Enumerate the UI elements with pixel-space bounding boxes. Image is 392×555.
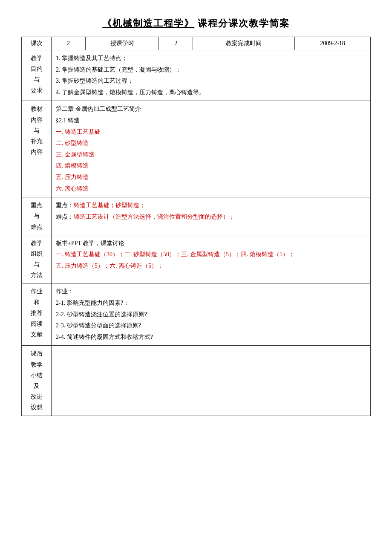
label-method: 教学组织与方法 (22, 235, 52, 283)
keypoint-line2: 难点：铸造工艺设计（造型方法选择，浇注位置和分型面的选择）； (56, 211, 366, 223)
method-schedule2: 五. 压力铸造（5）；六. 离心铸造（5）； (56, 260, 366, 272)
homework-title: 作业： (56, 286, 366, 298)
objectives-line2: 2. 掌握铸造的基础工艺（充型，凝固与收缩）； (56, 64, 366, 76)
header-jiaoan-value: 2009-2-18 (295, 37, 371, 50)
method-intro: 板书+PPT 教学，课堂讨论 (56, 238, 366, 249)
label-summary: 课后教学小结及改进设想 (22, 346, 52, 416)
content-objectives: 1. 掌握铸造及其工艺特点； 2. 掌握铸造的基础工艺（充型，凝固与收缩）； 3… (52, 50, 371, 101)
label-homework: 作业和推荐阅读文献 (22, 283, 52, 346)
header-row: 课次 2 授课学时 2 教案完成时间 2009-2-18 (22, 37, 371, 50)
header-shouke-value: 2 (159, 37, 193, 50)
label-keypoints: 重点与难点 (22, 197, 52, 235)
label-content: 教材内容与补充内容 (22, 101, 52, 197)
page-title: 《机械制造工程学》 课程分课次教学简案 (21, 17, 371, 30)
homework-q2: 2-2. 砂型铸造浇注位置的选择原则? (56, 309, 366, 321)
homework-q3: 2-3. 砂型铸造分型面的选择原则? (56, 320, 366, 332)
label-objectives: 教学目的与要求 (22, 50, 52, 101)
content-summary (52, 346, 371, 416)
header-shouke-label: 授课学时 (86, 37, 159, 50)
content-homework: 作业： 2-1. 影响充型能力的因素?； 2-2. 砂型铸造浇注位置的选择原则?… (52, 283, 371, 346)
main-table: 课次 2 授课学时 2 教案完成时间 2009-2-18 教学目的与要求 1. … (21, 37, 371, 416)
row-keypoints: 重点与难点 重点：铸造工艺基础；砂型铸造； 难点：铸造工艺设计（造型方法选择，浇… (22, 197, 371, 235)
row-method: 教学组织与方法 板书+PPT 教学，课堂讨论 一. 铸造工艺基础（30）；二. … (22, 235, 371, 283)
objectives-line1: 1. 掌握铸造及其工艺特点； (56, 53, 366, 64)
row-content: 教材内容与补充内容 第二章 金属热加工成型工艺简介 §2.1 铸造 一. 铸造工… (22, 101, 371, 197)
topic-4: 四. 熔模铸造 (56, 160, 366, 172)
topic-5: 五. 压力铸造 (56, 172, 366, 183)
row-objectives: 教学目的与要求 1. 掌握铸造及其工艺特点； 2. 掌握铸造的基础工艺（充型，凝… (22, 50, 371, 101)
title-part2: 课程分课次教学简案 (198, 18, 290, 29)
homework-q1: 2-1. 影响充型能力的因素?； (56, 298, 366, 309)
method-schedule1: 一. 铸造工艺基础（30）；二. 砂型铸造（50）；三. 金属型铸造（5）；四.… (56, 249, 366, 260)
topic-1: 一. 铸造工艺基础 (56, 127, 366, 138)
content-method: 板书+PPT 教学，课堂讨论 一. 铸造工艺基础（30）；二. 砂型铸造（50）… (52, 235, 371, 283)
content-textbook: 第二章 金属热加工成型工艺简介 §2.1 铸造 一. 铸造工艺基础 二. 砂型铸… (52, 101, 371, 197)
section-title: §2.1 铸造 (56, 115, 366, 127)
content-keypoints: 重点：铸造工艺基础；砂型铸造； 难点：铸造工艺设计（造型方法选择，浇注位置和分型… (52, 197, 371, 235)
header-keci-label: 课次 (22, 37, 52, 50)
objectives-line3: 3. 掌握砂型铸造的工艺过程； (56, 75, 366, 87)
homework-q4: 2-4. 简述铸件的凝固方式和收缩方式? (56, 332, 366, 343)
chapter-title: 第二章 金属热加工成型工艺简介 (56, 104, 366, 115)
title-part1: 《机械制造工程学》 (102, 18, 194, 29)
topic-2: 二. 砂型铸造 (56, 138, 366, 149)
header-jiaoan-label: 教案完成时间 (193, 37, 295, 50)
keypoint-line1: 重点：铸造工艺基础；砂型铸造； (56, 200, 366, 211)
topic-6: 六. 离心铸造 (56, 183, 366, 195)
header-keci-value: 2 (52, 37, 86, 50)
topic-3: 三. 金属型铸造 (56, 149, 366, 161)
objectives-line4: 4. 了解金属型铸造，熔模铸造，压力铸造，离心铸造等。 (56, 87, 366, 98)
row-summary: 课后教学小结及改进设想 (22, 346, 371, 416)
row-homework: 作业和推荐阅读文献 作业： 2-1. 影响充型能力的因素?； 2-2. 砂型铸造… (22, 283, 371, 346)
